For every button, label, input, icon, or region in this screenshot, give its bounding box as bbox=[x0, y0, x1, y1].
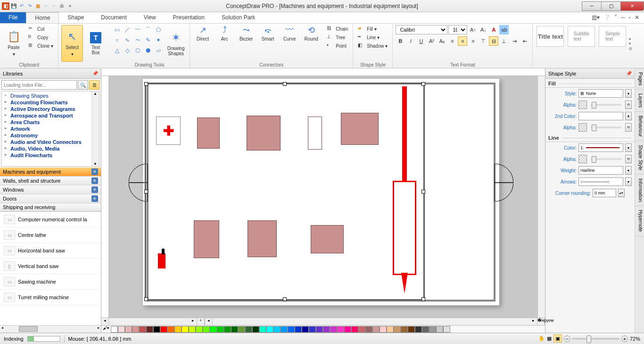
tab-presentation[interactable]: Presentation bbox=[165, 12, 213, 23]
color-swatch[interactable] bbox=[309, 326, 316, 333]
sidetab-information[interactable]: Information bbox=[635, 175, 644, 206]
grow-font-icon[interactable]: A↑ bbox=[468, 25, 478, 34]
italic-button[interactable]: I bbox=[406, 36, 415, 46]
shape-item[interactable]: ▯Vertical band saw bbox=[0, 259, 101, 274]
tab-home[interactable]: Home bbox=[26, 12, 59, 23]
tool-bez-icon[interactable]: ⤳ bbox=[133, 35, 142, 45]
search-button[interactable]: 🔍 bbox=[78, 80, 88, 90]
color-swatch[interactable] bbox=[146, 326, 153, 333]
select-button[interactable]: ↖Select▾ bbox=[61, 25, 83, 62]
clone-button[interactable]: ⊞Clone ▾ bbox=[26, 42, 55, 50]
conn-direct[interactable]: ↗Direct bbox=[193, 25, 213, 50]
qat-save-icon[interactable]: 💾 bbox=[10, 2, 17, 10]
sidetab-shapestyle[interactable]: Shape Style bbox=[635, 141, 644, 175]
tool-b-icon[interactable]: ◇ bbox=[123, 46, 132, 55]
subscript-button[interactable]: A₂ bbox=[437, 36, 446, 46]
sidetab-behaviour[interactable]: Behaviour bbox=[635, 112, 644, 141]
close-icon[interactable]: ✕ bbox=[91, 195, 98, 202]
color-swatch[interactable] bbox=[252, 326, 259, 333]
color-swatch[interactable] bbox=[422, 326, 429, 333]
canvas-vscroll[interactable] bbox=[537, 76, 545, 318]
list-view-button[interactable]: ☰ bbox=[89, 80, 99, 90]
qat-new-icon[interactable]: ▫ bbox=[42, 2, 50, 10]
page-prev-icon[interactable]: ◂ bbox=[101, 318, 109, 325]
shape-item[interactable]: ▭Horizontal band saw bbox=[0, 243, 101, 259]
fill-style-field[interactable]: ⊠None bbox=[578, 89, 623, 98]
alpha-swatch[interactable] bbox=[578, 123, 587, 132]
page-add-icon[interactable]: + bbox=[197, 318, 205, 325]
color-swatch[interactable] bbox=[387, 326, 394, 333]
tool-star-icon[interactable]: ✦ bbox=[154, 35, 163, 45]
align-right-icon[interactable]: ≡ bbox=[468, 36, 478, 46]
conn-smart[interactable]: ⤽Smart bbox=[258, 25, 278, 50]
paste-button[interactable]: 📋Paste▾ bbox=[3, 25, 25, 62]
tool-line-icon[interactable]: ／ bbox=[123, 25, 132, 34]
color-swatch[interactable] bbox=[408, 326, 415, 333]
color-swatch[interactable] bbox=[436, 326, 443, 333]
lib-tab-windows[interactable]: Windows✕ bbox=[0, 185, 101, 194]
tree-item[interactable]: Astronomy bbox=[2, 132, 99, 139]
tree-item[interactable]: Audio and Video Connectors bbox=[2, 139, 99, 145]
library-search-input[interactable] bbox=[1, 80, 77, 90]
color-swatch[interactable] bbox=[238, 326, 245, 333]
color-swatch[interactable] bbox=[330, 326, 337, 333]
align-bot-icon[interactable]: ⊥ bbox=[499, 36, 509, 46]
sidetab-pages[interactable]: Pages bbox=[635, 68, 644, 90]
close-icon[interactable]: ✕ bbox=[91, 186, 98, 193]
qat-undo-icon[interactable]: ↶ bbox=[18, 2, 25, 10]
color-swatch[interactable] bbox=[196, 326, 203, 333]
tab-view[interactable]: View bbox=[135, 12, 165, 23]
color-swatch[interactable] bbox=[401, 326, 408, 333]
outdent-icon[interactable]: ⇤ bbox=[520, 36, 529, 46]
color-swatch[interactable] bbox=[203, 326, 210, 333]
tool-curve-icon[interactable]: 〰 bbox=[133, 25, 142, 34]
color-swatch[interactable] bbox=[273, 326, 281, 333]
close-button[interactable]: ✕ bbox=[620, 1, 644, 11]
tree-scrollbar[interactable] bbox=[91, 92, 99, 166]
tree-item[interactable]: Active Directory Diagrams bbox=[2, 106, 99, 112]
conn-bezier[interactable]: ⤳Bezier bbox=[236, 25, 256, 50]
weight-field[interactable]: Hairline bbox=[578, 166, 623, 175]
color-swatch[interactable] bbox=[394, 326, 401, 333]
tool-spline-icon[interactable]: ∿ bbox=[123, 35, 132, 45]
textbox-button[interactable]: TText Box bbox=[85, 25, 107, 62]
color-swatch[interactable] bbox=[351, 326, 358, 333]
alpha-swatch[interactable] bbox=[578, 155, 587, 163]
shape-item[interactable]: ▭Computer numerical control la bbox=[0, 212, 101, 227]
font-select[interactable]: Calibri bbox=[396, 25, 447, 34]
dropdown-icon[interactable]: ▼ bbox=[625, 89, 632, 98]
align-center-icon[interactable]: ≡ bbox=[458, 36, 467, 46]
shape-item[interactable]: ▭Turret milling machine bbox=[0, 290, 101, 305]
alpha-slider[interactable] bbox=[591, 158, 621, 160]
bold-button[interactable]: B bbox=[396, 36, 405, 46]
line-color-field[interactable]: 1: bbox=[578, 143, 623, 152]
highlight-icon[interactable]: ab bbox=[499, 25, 509, 34]
tool-arc-icon[interactable]: ⌒ bbox=[143, 25, 153, 34]
alpha-reset-icon[interactable]: ⟲ bbox=[625, 101, 632, 109]
tab-shape[interactable]: Shape bbox=[59, 12, 92, 23]
color2-field[interactable] bbox=[578, 112, 623, 120]
shape-item[interactable]: ▭Centre lathe bbox=[0, 227, 101, 243]
tool-c-icon[interactable]: ⬡ bbox=[133, 46, 142, 55]
color-swatch[interactable] bbox=[174, 326, 182, 333]
style-subtitle[interactable]: Subtitle text bbox=[568, 26, 595, 47]
color-swatch[interactable] bbox=[337, 326, 344, 333]
alpha-swatch[interactable] bbox=[578, 101, 587, 109]
conn-arc[interactable]: ⤴Arc bbox=[215, 25, 234, 50]
tree-button[interactable]: ⊥Tree bbox=[325, 34, 350, 41]
print-area-icon[interactable]: ▦ bbox=[547, 336, 552, 342]
shape-item[interactable]: ▭Sawing machine bbox=[0, 274, 101, 290]
color-swatch[interactable] bbox=[429, 326, 436, 333]
close-icon[interactable]: ✕ bbox=[91, 168, 98, 175]
color-swatch[interactable] bbox=[217, 326, 224, 333]
color-swatch[interactable] bbox=[281, 326, 288, 333]
fill-button[interactable]: ▰Fill ▾ bbox=[356, 25, 389, 33]
canvas-hscroll[interactable]: ◂ ▸ + ◂ ▸ �ируем bbox=[101, 318, 545, 325]
qat-grid-icon[interactable]: ▦ bbox=[34, 2, 41, 10]
color-swatch[interactable] bbox=[167, 326, 174, 333]
collapse-ribbon-icon[interactable]: ˅ bbox=[614, 14, 617, 21]
style-simple[interactable]: Simple text bbox=[599, 26, 626, 47]
arrows-field[interactable]: ○────────○ bbox=[578, 177, 623, 186]
palette-picker-icon[interactable]: 🖌▾ bbox=[101, 326, 111, 333]
conn-curve[interactable]: 〰Curve bbox=[280, 25, 299, 50]
